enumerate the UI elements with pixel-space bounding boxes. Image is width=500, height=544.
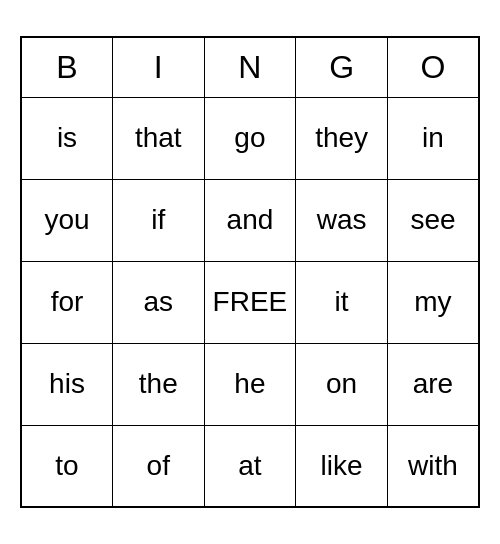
- bingo-header-row: BINGO: [21, 37, 479, 97]
- bingo-cell-4-0: to: [21, 425, 113, 507]
- bingo-cell-1-2: and: [204, 179, 296, 261]
- bingo-row-3: histheheonare: [21, 343, 479, 425]
- bingo-cell-3-4: are: [387, 343, 479, 425]
- bingo-cell-3-0: his: [21, 343, 113, 425]
- bingo-cell-2-3: it: [296, 261, 388, 343]
- bingo-cell-0-3: they: [296, 97, 388, 179]
- bingo-cell-4-1: of: [113, 425, 205, 507]
- bingo-cell-1-3: was: [296, 179, 388, 261]
- bingo-cell-2-0: for: [21, 261, 113, 343]
- bingo-cell-4-4: with: [387, 425, 479, 507]
- bingo-cell-0-0: is: [21, 97, 113, 179]
- header-col-o: O: [387, 37, 479, 97]
- bingo-cell-2-2: FREE: [204, 261, 296, 343]
- header-col-g: G: [296, 37, 388, 97]
- bingo-cell-3-2: he: [204, 343, 296, 425]
- bingo-cell-0-4: in: [387, 97, 479, 179]
- bingo-cell-4-2: at: [204, 425, 296, 507]
- header-col-n: N: [204, 37, 296, 97]
- bingo-cell-0-1: that: [113, 97, 205, 179]
- header-col-b: B: [21, 37, 113, 97]
- bingo-cell-2-1: as: [113, 261, 205, 343]
- bingo-cell-3-1: the: [113, 343, 205, 425]
- bingo-row-0: isthatgotheyin: [21, 97, 479, 179]
- header-col-i: I: [113, 37, 205, 97]
- bingo-card: BINGO isthatgotheyinyouifandwasseeforasF…: [20, 36, 480, 508]
- bingo-row-4: toofatlikewith: [21, 425, 479, 507]
- bingo-row-2: forasFREEitmy: [21, 261, 479, 343]
- bingo-cell-2-4: my: [387, 261, 479, 343]
- bingo-cell-4-3: like: [296, 425, 388, 507]
- bingo-cell-1-0: you: [21, 179, 113, 261]
- bingo-cell-3-3: on: [296, 343, 388, 425]
- bingo-cell-1-1: if: [113, 179, 205, 261]
- bingo-body: isthatgotheyinyouifandwasseeforasFREEitm…: [21, 97, 479, 507]
- bingo-cell-0-2: go: [204, 97, 296, 179]
- bingo-row-1: youifandwassee: [21, 179, 479, 261]
- bingo-cell-1-4: see: [387, 179, 479, 261]
